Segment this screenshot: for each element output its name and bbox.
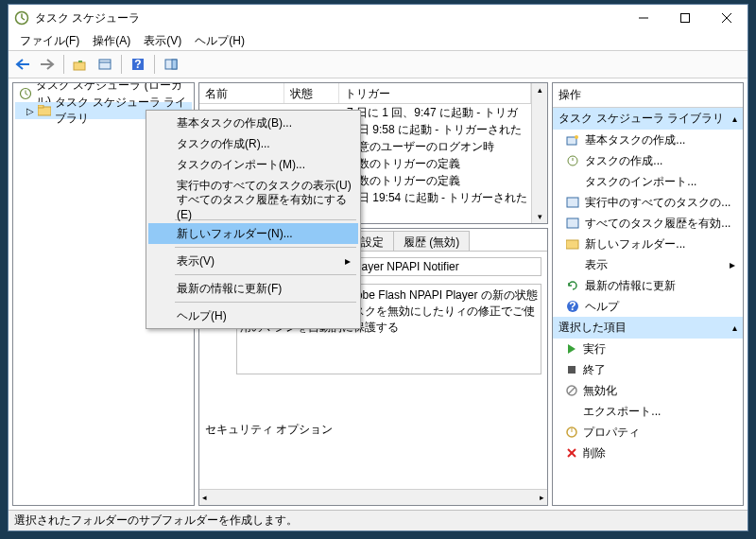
action-import-task[interactable]: タスクのインポート... — [553, 171, 743, 192]
action-run[interactable]: 実行 — [553, 339, 743, 359]
actions-section-library[interactable]: タスク スケジューラ ライブラリ▴ — [553, 108, 743, 130]
action-new-folder[interactable]: 新しいフォルダー... — [553, 234, 743, 254]
action-refresh[interactable]: 最新の情報に更新 — [553, 275, 743, 296]
window-title: タスク スケジューラ — [35, 10, 140, 26]
statusbar: 選択されたフォルダーのサブフォルダーを作成します。 — [9, 510, 747, 530]
task-icon — [566, 154, 579, 167]
svg-rect-7 — [74, 62, 85, 70]
svg-rect-25 — [566, 240, 578, 249]
submenu-arrow-icon: ▸ — [345, 254, 351, 268]
col-name[interactable]: 名前 — [199, 83, 284, 103]
task-list-header: 名前 状態 トリガー — [199, 83, 531, 104]
svg-line-16 — [26, 94, 28, 96]
help-icon: ? — [566, 300, 579, 313]
collapse-icon: ▴ — [732, 113, 737, 124]
action-properties[interactable]: プロパティ — [553, 422, 743, 443]
action-create-basic-task[interactable]: 基本タスクの作成... — [553, 130, 743, 150]
svg-point-20 — [575, 135, 578, 139]
ctx-separator — [175, 302, 356, 303]
list-icon — [566, 196, 579, 209]
ctx-create-basic-task[interactable]: 基本タスクの作成(B)... — [148, 113, 358, 133]
col-trigger[interactable]: トリガー — [339, 83, 531, 103]
history-icon — [566, 217, 579, 230]
menu-file[interactable]: ファイル(F) — [14, 31, 85, 51]
toolbar: ? — [9, 50, 747, 78]
svg-text:?: ? — [134, 58, 141, 71]
list-scrollbar[interactable]: ▴▾ — [531, 83, 547, 223]
svg-rect-13 — [172, 60, 177, 69]
action-enable-history[interactable]: すべてのタスク履歴を有効... — [553, 213, 743, 234]
context-menu: 基本タスクの作成(B)... タスクの作成(R)... タスクのインポート(M)… — [146, 110, 361, 329]
folder-icon — [38, 105, 51, 116]
ctx-help[interactable]: ヘルプ(H) — [148, 305, 358, 326]
ctx-separator — [175, 247, 356, 248]
svg-rect-18 — [38, 105, 43, 108]
task-list: 7 日に 1 回、9:47 に起動 - トリガ 毎日 9:58 に起動 - トリ… — [341, 104, 531, 206]
menu-view[interactable]: 表示(V) — [138, 31, 187, 51]
task-row[interactable]: 任意のユーザーのログオン時 — [341, 138, 531, 155]
col-state[interactable]: 状態 — [284, 83, 339, 103]
task-row[interactable]: 毎日 9:58 に起動 - トリガーされた — [341, 121, 531, 138]
ctx-separator — [175, 274, 356, 275]
svg-rect-28 — [568, 366, 576, 374]
ctx-enable-history[interactable]: すべてのタスク履歴を有効にする(E) — [148, 196, 358, 217]
detail-h-scrollbar[interactable]: ◂▸ — [199, 489, 547, 505]
ctx-refresh[interactable]: 最新の情報に更新(F) — [148, 278, 358, 299]
properties-button[interactable] — [94, 54, 115, 75]
task-row[interactable]: 7 日に 1 回、9:47 に起動 - トリガ — [341, 104, 531, 121]
action-disable[interactable]: 無効化 — [553, 380, 743, 401]
action-create-task[interactable]: タスクの作成... — [553, 150, 743, 171]
play-icon — [566, 343, 577, 355]
tree-expand-icon[interactable]: ▷ — [26, 106, 34, 116]
maximize-button[interactable] — [664, 5, 706, 31]
stop-icon — [566, 364, 577, 375]
label-security: セキュリティ オプション — [205, 422, 541, 438]
app-icon — [14, 10, 29, 26]
task-name-field: Player NPAPI Notifier — [347, 257, 541, 276]
actions-pane: 操作 タスク スケジューラ ライブラリ▴ 基本タスクの作成... タスクの作成.… — [552, 82, 744, 506]
submenu-arrow-icon: ▸ — [730, 258, 735, 271]
svg-line-30 — [569, 388, 576, 394]
forward-button[interactable] — [37, 54, 58, 75]
ctx-import-task[interactable]: タスクのインポート(M)... — [148, 154, 358, 175]
status-text: 選択されたフォルダーのサブフォルダーを作成します。 — [14, 513, 298, 529]
actions-pane-button[interactable] — [161, 54, 181, 75]
svg-rect-4 — [681, 14, 690, 23]
properties-icon — [566, 426, 577, 438]
delete-icon — [566, 447, 577, 459]
svg-line-2 — [22, 18, 25, 20]
ctx-view[interactable]: 表示(V)▸ — [148, 251, 358, 271]
svg-rect-8 — [99, 60, 111, 69]
clock-icon — [19, 87, 32, 100]
svg-rect-24 — [567, 218, 578, 228]
task-row[interactable]: 複数のトリガーの定義 — [341, 172, 531, 189]
refresh-icon — [566, 279, 579, 292]
task-row[interactable]: 複数のトリガーの定義 — [341, 155, 531, 172]
menu-action[interactable]: 操作(A) — [87, 31, 136, 51]
minimize-button[interactable] — [623, 5, 664, 31]
svg-rect-23 — [567, 198, 578, 207]
help-button[interactable]: ? — [128, 54, 148, 75]
tab-history[interactable]: 履歴 (無効) — [393, 231, 470, 251]
actions-header: 操作 — [553, 83, 743, 108]
actions-section-selected[interactable]: 選択した項目▴ — [553, 317, 743, 339]
menubar: ファイル(F) 操作(A) 表示(V) ヘルプ(H) — [9, 31, 747, 50]
close-button[interactable] — [706, 5, 747, 31]
action-help[interactable]: ?ヘルプ — [553, 296, 743, 317]
body: タスク スケジューラ (ローカル) ▷ タスク スケジューラ ライブラリ 名前 … — [9, 78, 747, 510]
action-delete[interactable]: 削除 — [553, 443, 743, 463]
svg-text:?: ? — [570, 300, 576, 313]
task-row[interactable]: 毎日 19:54 に起動 - トリガーされた — [341, 189, 531, 206]
action-running-tasks[interactable]: 実行中のすべてのタスクの... — [553, 192, 743, 213]
menu-help[interactable]: ヘルプ(H) — [189, 31, 250, 51]
ctx-new-folder[interactable]: 新しいフォルダー(N)... — [148, 223, 358, 244]
up-button[interactable] — [70, 54, 91, 75]
action-view[interactable]: 表示▸ — [553, 254, 743, 275]
action-end[interactable]: 終了 — [553, 359, 743, 380]
wand-icon — [566, 133, 579, 147]
back-button[interactable] — [12, 54, 33, 75]
collapse-icon: ▴ — [732, 322, 737, 333]
task-scheduler-window: タスク スケジューラ ファイル(F) 操作(A) 表示(V) ヘルプ(H) ? … — [8, 4, 748, 531]
action-export[interactable]: エクスポート... — [553, 401, 743, 422]
ctx-create-task[interactable]: タスクの作成(R)... — [148, 133, 358, 154]
